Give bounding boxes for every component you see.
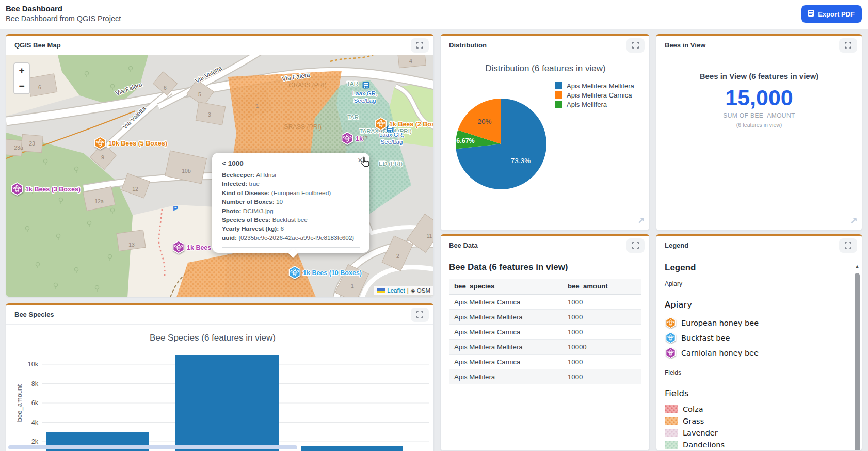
house-number: 12a [94,198,104,204]
marker-label: 1k Bees (2 Boxes) [389,121,434,128]
y-axis-label: bee_amount [15,384,23,422]
metric-heading: Bees in View (6 features in view) [656,72,862,80]
legend-entry[interactable]: Apis Mellifera Mellifera [567,82,635,90]
bar-apis-mellifera-mellifera[interactable] [175,355,279,451]
expand-button[interactable] [626,38,645,53]
zoom-out-button[interactable]: − [14,78,29,93]
legend-item-carniolan-honey-bee: Carniolan honey bee [665,346,854,360]
cursor-hand-icon [359,156,371,169]
cell-amount: 1000 [562,369,641,384]
osm-link[interactable]: ◈ OSM [411,287,430,294]
european-honey-bee-icon [665,317,677,329]
expand-button[interactable] [411,38,429,53]
panel-bee-data: Bee Data Bee Data (6 features in view) b… [440,234,650,451]
scrollbar-thumb[interactable] [855,273,860,451]
map-popup: × < 1000 Beekeeper: Al Idrisi Infected: … [212,153,369,253]
cell-species: Apis Mellifera Carnica [449,325,562,340]
pie-label: 6.67% [456,137,474,144]
pie-label: 20% [477,118,491,125]
y-tick: 4k [31,419,39,426]
expand-button[interactable] [411,308,429,322]
marker-label: 1k Bees (3 Boxes) [25,186,81,193]
legend-entry[interactable]: Apis Mellifera Carnica [567,91,632,99]
legend-item-european-honey-bee: European honey bee [665,316,854,330]
column-header-bee-species[interactable]: bee_species [449,279,562,294]
expand-button[interactable] [839,38,857,53]
legend-item-colza: Colza [665,404,854,414]
panel-title: Legend [665,241,688,249]
area-label-ed: ED (PRI) [379,160,403,167]
expand-icon [632,42,639,49]
expand-icon [416,42,423,49]
top-bar: Bee Dashboard Bee Dashboard from QGIS Pr… [0,0,868,29]
cell-amount: 10000 [562,340,641,355]
panel-title: QGIS Bee Map [14,41,61,49]
popup-field: Yearly Harvest (kg): 6 [222,224,360,233]
transit-label: See/Lag [354,98,376,104]
popup-title: < 1000 [222,159,360,167]
legend-scrollbar[interactable]: ▲ [854,264,860,451]
resize-handle-icon[interactable] [637,217,645,224]
cell-amount: 1000 [562,310,641,325]
y-tick: 10k [28,361,39,368]
expand-icon [416,311,423,318]
transit-label: Laax GR, [379,132,405,138]
bus-stop-icon [363,82,369,89]
legend-item-label: Colza [683,405,703,413]
bar-apis-mellifera[interactable] [301,446,403,451]
house-number: 23a [14,144,23,151]
buckfast-bee-icon [665,332,677,344]
table-row: Apis Mellifera Carnica1000 [449,294,641,310]
leaflet-map[interactable]: Via Falera Via Falera Via Valetta Via Va… [6,55,433,295]
panel-bee-species: Bee Species Bee Species (6 features in v… [6,303,434,451]
ukraine-flag-icon [377,288,385,293]
legend-item-label: Carniolan honey bee [681,349,759,357]
panel-qgis-bee-map: QGIS Bee Map [6,34,434,297]
zoom-in-button[interactable]: + [14,63,29,78]
dandelions-swatch [665,441,678,449]
attribution-separator: | [407,287,409,294]
legend-swatch [555,91,562,99]
house-number: 12 [132,186,138,192]
expand-button[interactable] [626,238,645,253]
house-number: 10b [182,168,191,174]
panel-title: Bees in View [665,41,705,49]
document-icon [808,9,814,19]
house-number: 23 [29,140,35,147]
carniolan-honey-bee-icon [665,347,677,359]
panel-bees-in-view: Bees in View Bees in View (6 features in… [656,34,862,231]
table-row: Apis Mellifera Mellifera10000 [449,340,641,355]
resize-handle-icon[interactable] [850,217,858,224]
panel-header: Bee Data [441,236,649,255]
transit-label: Laax GR, [352,90,378,96]
house-number: 5 [198,91,201,98]
legend-heading: Legend [665,263,854,273]
legend-item-label: Dandelions [683,441,725,449]
legend-group-apiary: Apiary [665,300,854,310]
house-number: 11 [427,233,432,239]
scrollbar-up-arrow[interactable]: ▲ [854,264,860,269]
metric-subcaption: (6 features in view) [656,122,862,128]
export-pdf-button[interactable]: Export PDF [801,5,862,23]
expand-button[interactable] [839,238,857,253]
table-header-row: bee_species bee_amount [449,279,641,294]
lavender-swatch [665,429,678,437]
house-number: 4 [409,58,412,64]
panel-title: Bee Species [14,311,54,318]
legend-item-label: Lavender [683,429,718,437]
horizontal-scrollbar[interactable] [8,445,297,449]
panel-title: Bee Data [449,241,478,249]
area-label-grass: GRASS (PRI) [288,82,326,89]
legend-group-fields: Fields [665,389,854,398]
popup-field: Beekeeper: Al Idrisi [222,171,360,180]
legend-swatch [555,101,562,108]
map-attribution: Leaflet | ◈ OSM [374,286,433,295]
house-number: 3 [208,111,211,118]
legend-entry[interactable]: Apis Mellifera [567,101,607,108]
column-header-bee-amount[interactable]: bee_amount [562,279,641,294]
layer-label-fields: Fields [665,369,854,376]
metric-value: 15,000 [656,85,862,110]
legend-item-grass: Grass [665,415,854,426]
marker-label: 1k Bees (10 Boxes) [303,269,362,277]
leaflet-link[interactable]: Leaflet [387,287,405,294]
